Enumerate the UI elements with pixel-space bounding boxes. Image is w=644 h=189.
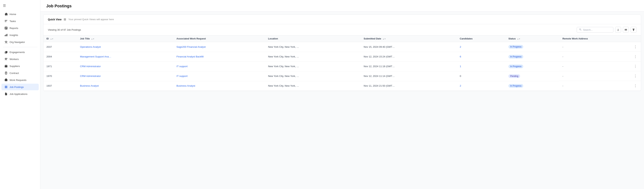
table-row: 2037 Operations Analyst Sage200 Financia… — [44, 42, 641, 52]
table-row: 1970 CRM Administrator IT support New Yo… — [44, 71, 641, 81]
viewing-count: Viewing 30 of 97 Job Postings — [48, 28, 81, 31]
cell-submitted-date: Nov 15, 2024 09:40 (GMT… — [361, 42, 457, 52]
cell-id: 1971 — [44, 62, 77, 71]
sidebar-item-org-navigator[interactable]: Org Navigator — [2, 39, 39, 45]
row-menu-button[interactable]: ⋮ — [633, 54, 638, 59]
candidates-count[interactable]: 1 — [460, 65, 461, 68]
sort-status-icon: ▲▼ — [517, 38, 520, 40]
sidebar-item-contract[interactable]: Contract — [2, 70, 39, 76]
row-menu-button[interactable]: ⋮ — [633, 44, 638, 49]
filter-button[interactable] — [630, 27, 636, 33]
status-badge: In Progress — [508, 45, 523, 49]
cell-submitted-date: Nov 12, 2024 15:24 (GMT… — [361, 52, 457, 62]
cell-candidates: 0 — [457, 71, 506, 81]
job-title-link[interactable]: Operations Analyst — [80, 46, 101, 48]
cell-remote-work: -⋮ — [560, 81, 641, 91]
cell-location: New York City, New York, … — [265, 62, 361, 71]
status-badge: In Progress — [508, 55, 523, 58]
sidebar: ☰ Home Tasks Reports Insights Org Naviga… — [0, 0, 40, 189]
candidates-count[interactable]: 6 — [460, 55, 461, 58]
cell-work-request: IT support — [174, 62, 265, 71]
sidebar-item-home[interactable]: Home — [2, 11, 39, 18]
work-requests-icon — [4, 78, 8, 82]
row-menu-button[interactable]: ⋮ — [633, 64, 638, 69]
workers-icon — [4, 58, 8, 61]
cell-candidates: 2 — [457, 81, 506, 91]
candidates-count: 0 — [460, 75, 461, 78]
candidates-count[interactable]: 2 — [460, 46, 461, 48]
col-job-title[interactable]: Job Title ▲▼ — [77, 36, 174, 42]
row-menu-button[interactable]: ⋮ — [633, 83, 638, 88]
quick-view-placeholder: Your pinned Quick Views will appear here — [68, 18, 114, 21]
job-title-link[interactable]: CRM Administrator — [80, 65, 101, 68]
col-work-request: Associated Work Request — [174, 36, 265, 42]
cell-id: 2037 — [44, 42, 77, 52]
sidebar-item-contract-label: Contract — [10, 72, 19, 74]
search-input[interactable] — [583, 28, 611, 31]
work-request-link[interactable]: Sage200 Financial Analyst — [176, 46, 206, 48]
page-header: Job Postings — [40, 0, 644, 12]
table-row: 2004 Management Support Ana… Financial A… — [44, 52, 641, 62]
sidebar-item-engagements[interactable]: Engagements — [2, 49, 39, 56]
sidebar-item-job-applications[interactable]: Job Applications — [2, 91, 39, 97]
cell-status: In Progress — [506, 52, 560, 62]
cell-job-title: CRM Administrator — [77, 62, 174, 71]
cell-remote-work: -⋮ — [560, 62, 641, 71]
cell-work-request: Sage200 Financial Analyst — [174, 42, 265, 52]
candidates-count[interactable]: 2 — [460, 84, 461, 87]
sidebar-divider — [3, 47, 37, 47]
job-applications-icon — [4, 92, 8, 96]
sidebar-item-work-requests[interactable]: Work Requests — [2, 77, 39, 83]
sort-job-title-icon: ▲▼ — [91, 38, 94, 40]
tasks-icon — [4, 20, 8, 23]
job-title-link[interactable]: Business Analyst — [80, 84, 99, 87]
sidebar-item-reports[interactable]: Reports — [2, 25, 39, 32]
cell-job-title: Operations Analyst — [77, 42, 174, 52]
status-badge: In Progress — [508, 64, 523, 68]
cell-work-request: IT support — [174, 71, 265, 81]
home-icon — [4, 12, 8, 16]
sort-date-icon: ▲▼ — [382, 38, 386, 40]
cell-job-title: Business Analyst — [77, 81, 174, 91]
sidebar-item-tasks[interactable]: Tasks — [2, 18, 39, 24]
sidebar-item-workers[interactable]: Workers — [2, 56, 39, 62]
quick-view-settings-icon[interactable]: ⊞ — [64, 18, 66, 21]
cell-remote-work: -⋮ — [560, 42, 641, 52]
cell-submitted-date: Nov 12, 2024 11:18 (GMT… — [361, 62, 457, 71]
work-request-link[interactable]: IT support — [176, 65, 188, 68]
cell-submitted-date: Nov 12, 2024 11:14 (GMT… — [361, 71, 457, 81]
cell-status: In Progress — [506, 42, 560, 52]
sidebar-item-job-postings-label: Job Postings — [10, 86, 24, 88]
col-status[interactable]: Status ▲▼ — [506, 36, 560, 42]
sidebar-item-suppliers[interactable]: Suppliers — [2, 63, 39, 69]
job-postings-table: ID ▲▼ Job Title ▲▼ Associated Work Reque… — [44, 35, 641, 91]
table-row: 1971 CRM Administrator IT support New Yo… — [44, 62, 641, 71]
col-candidates: Candidates — [457, 36, 506, 42]
col-submitted-date[interactable]: Submitted Date ▲▼ — [361, 36, 457, 42]
page-title: Job Postings — [46, 4, 638, 8]
work-request-link[interactable]: Business Analyst — [176, 84, 195, 87]
col-id[interactable]: ID ▲▼ — [44, 36, 77, 42]
sidebar-item-job-postings[interactable]: Job Postings — [2, 84, 39, 90]
job-title-link[interactable]: Management Support Ana… — [80, 55, 111, 58]
main-content: Job Postings Quick View ⊞ Your pinned Qu… — [40, 0, 644, 189]
work-request-link[interactable]: IT support — [176, 75, 188, 78]
sidebar-item-insights[interactable]: Insights — [2, 32, 39, 38]
job-title-link[interactable]: CRM Administrator — [80, 75, 101, 78]
export-button[interactable] — [615, 27, 621, 33]
cell-status: In Progress — [506, 81, 560, 91]
engagements-icon — [4, 50, 8, 54]
col-remote-work: Remote Work Address — [560, 36, 641, 42]
cell-id: 2004 — [44, 52, 77, 62]
cell-job-title: CRM Administrator — [77, 71, 174, 81]
sidebar-item-job-applications-label: Job Applications — [10, 93, 28, 96]
org-icon — [4, 40, 8, 44]
sidebar-toggle[interactable]: ☰ — [0, 2, 40, 9]
work-request-link[interactable]: Financial Analyst Backfill — [176, 55, 204, 58]
columns-button[interactable] — [623, 27, 629, 33]
search-box[interactable] — [577, 27, 613, 33]
row-menu-button[interactable]: ⋮ — [633, 74, 638, 78]
sidebar-item-workers-label: Workers — [10, 58, 19, 60]
cell-location: New York City, New York, … — [265, 52, 361, 62]
table-header-row: ID ▲▼ Job Title ▲▼ Associated Work Reque… — [44, 36, 641, 42]
